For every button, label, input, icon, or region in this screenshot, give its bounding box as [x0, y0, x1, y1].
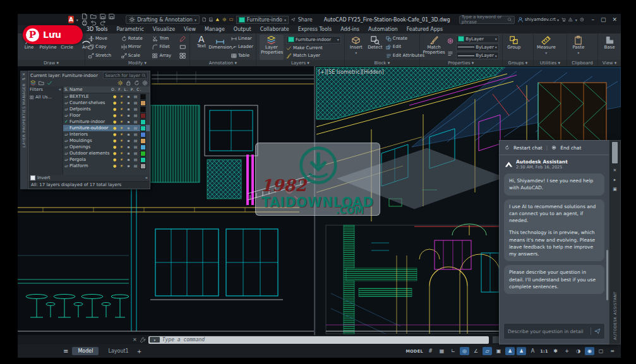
layer-on-icon[interactable]: ●: [111, 93, 118, 100]
autocad-app-menu[interactable]: A: [68, 16, 74, 23]
layer-on-icon[interactable]: ●: [111, 125, 118, 131]
layer-color-swatch[interactable]: [140, 94, 146, 100]
layer-plot-icon[interactable]: ▤: [132, 125, 139, 131]
status-toggle[interactable]: ▣: [494, 347, 503, 355]
layer-on-icon[interactable]: ●: [111, 119, 118, 125]
layer-color-swatch[interactable]: [140, 126, 146, 131]
layer-row[interactable]: ▱ Outdoor elements ● ☀ ▪ ▤: [63, 150, 150, 156]
panel-label-layers[interactable]: Layers ▾: [256, 60, 344, 66]
layer-freeze-icon[interactable]: ☀: [118, 93, 125, 100]
status-toggle[interactable]: ∟: [448, 347, 458, 355]
command-input[interactable]: ▾ Type a command: [148, 336, 489, 344]
layer-row[interactable]: ▱ Openings ● ☀ ▪ ▤: [63, 144, 150, 150]
status-toggle[interactable]: ≡: [608, 347, 617, 355]
chat-properties-icon[interactable]: ▣: [613, 187, 617, 192]
alert-caret-icon[interactable]: ▾: [575, 18, 577, 22]
layer-state-icon[interactable]: [222, 16, 227, 23]
layer-properties-button[interactable]: Layer Properties: [260, 35, 284, 60]
layer-color-swatch[interactable]: [140, 113, 146, 119]
layer-lock-icon[interactable]: ▪: [125, 100, 132, 106]
layer-lock-icon[interactable]: ▪: [125, 150, 132, 156]
new-drawing-icon[interactable]: [81, 13, 88, 20]
ribbon-tab[interactable]: Manage: [200, 26, 229, 32]
palette-title-rail[interactable]: ✕ ⇄ LAYER PROPERTIES MANAGER: [20, 71, 28, 189]
modify-tool-button[interactable]: Mirror: [121, 44, 148, 50]
ribbon-tab[interactable]: Output: [229, 26, 256, 32]
help-icon[interactable]: [580, 16, 584, 23]
save-as-icon[interactable]: [109, 13, 115, 20]
close-button[interactable]: ✕: [612, 16, 617, 23]
chat-scrollbar[interactable]: [606, 250, 608, 300]
linetype-dropdown[interactable]: ByLayer ▾: [456, 52, 498, 59]
status-toggle[interactable]: ∠: [471, 347, 481, 355]
status-toggle[interactable]: ♟: [517, 347, 526, 355]
open-drawing-icon[interactable]: [90, 13, 97, 20]
layer-on-icon[interactable]: ●: [111, 100, 118, 106]
tab-model[interactable]: Model: [72, 347, 99, 355]
end-chat-button[interactable]: End chat: [560, 145, 581, 151]
ribbon-tab[interactable]: Automation: [364, 26, 402, 32]
modify-tool-button[interactable]: Stretch: [88, 53, 117, 59]
layer-freeze-icon[interactable]: ☀: [118, 112, 125, 119]
layer-row[interactable]: ▱ Floor ● ☀ ▪ ▤: [63, 112, 150, 119]
block-tool-button[interactable]: Edit Attributes: [386, 53, 424, 59]
save-icon[interactable]: [100, 13, 106, 20]
layer-row[interactable]: ▱ Furniture-outdoor ● ☀ ▪ ▤: [63, 125, 150, 131]
chat-message-list[interactable]: Autodesk Assistant 2:30 AM, Feb 16, 2025…: [500, 155, 609, 323]
status-toggle[interactable]: ◉: [585, 347, 594, 355]
layer-list-header[interactable]: S. Name O. F. L. P. C.: [63, 86, 150, 93]
quick-layer-dropdown[interactable]: Furniture-indo ▾: [236, 16, 289, 24]
panel-label-annotation[interactable]: Annotation ▾: [190, 60, 256, 66]
restart-chat-icon[interactable]: [505, 145, 510, 150]
ribbon-tab[interactable]: View: [179, 26, 200, 32]
chat-close-icon[interactable]: ✕: [613, 168, 617, 173]
panel-label-block[interactable]: Block ▾: [345, 60, 419, 66]
layer-plot-icon[interactable]: ▤: [132, 163, 139, 169]
panel-label-utilities[interactable]: Utilities ▾: [534, 60, 567, 66]
lineweight-dropdown[interactable]: ByLayer ▾: [456, 44, 498, 51]
layer-color-swatch[interactable]: [140, 107, 146, 112]
app-store-icon[interactable]: [561, 16, 566, 23]
insert-block-button[interactable]: Insert▾: [348, 35, 364, 60]
close-command-icon[interactable]: ✕: [133, 337, 137, 343]
ribbon-tab[interactable]: Parametric: [112, 26, 148, 32]
filters-collapse-icon[interactable]: «: [59, 87, 61, 92]
ribbon-tab[interactable]: Collaborate: [256, 26, 294, 32]
ribbon-tab[interactable]: Visualize: [148, 26, 179, 32]
restart-chat-button[interactable]: Restart chat: [513, 145, 543, 151]
layer-freeze-icon[interactable]: ☀: [118, 156, 125, 163]
layer-freeze-icon[interactable]: ☀: [118, 106, 125, 112]
redo-icon[interactable]: [100, 20, 106, 26]
modify-tool-button[interactable]: Fillet: [152, 44, 176, 50]
layer-plot-icon[interactable]: ▤: [132, 112, 139, 119]
status-toggle[interactable]: MODEL: [405, 347, 424, 355]
lock-tool-icon[interactable]: [126, 80, 131, 86]
palette-settings-icon[interactable]: [142, 80, 148, 86]
customize-command-icon[interactable]: [140, 337, 146, 343]
palette-close-icon[interactable]: ✕: [22, 72, 25, 76]
annotation-tool-button[interactable]: Linear: [231, 36, 253, 42]
layer-plot-icon[interactable]: ▤: [132, 156, 139, 163]
layer-freeze-icon[interactable]: ☀: [118, 119, 125, 125]
maximize-button[interactable]: ▢: [601, 16, 606, 23]
block-tool-button[interactable]: Edit: [386, 44, 424, 50]
layer-freeze-icon[interactable]: ☀: [118, 131, 125, 138]
recent-commands-icon[interactable]: ▾: [150, 337, 160, 343]
layer-row[interactable]: ▱ Platform ● ☀ ▪ ▤: [63, 163, 150, 169]
layer-lock-icon[interactable]: ▪: [125, 131, 132, 138]
modify-tool-button[interactable]: Array: [152, 53, 176, 59]
layer-lock-icon[interactable]: ▪: [125, 93, 132, 100]
status-toggle[interactable]: ▦: [437, 347, 447, 355]
layer-row[interactable]: ▱ Pergola ● ☀ ▪ ▤: [63, 156, 150, 163]
layer-row[interactable]: ✓ Furniture-indoor ● ☀ ▪ ▤: [63, 119, 150, 125]
ribbon-tab[interactable]: Add-ins: [336, 26, 364, 32]
end-chat-icon[interactable]: [551, 145, 556, 150]
modify-tool-button[interactable]: Rotate: [121, 36, 148, 42]
layer-filters-pane[interactable]: Filters « All Us...: [28, 86, 63, 175]
layer-color-swatch[interactable]: [140, 132, 146, 138]
layer-lock-icon[interactable]: ▪: [125, 144, 132, 150]
block-tool-button[interactable]: Create: [386, 36, 424, 42]
panel-label-draw[interactable]: Draw ▾: [18, 60, 85, 66]
object-color-dropdown[interactable]: ByLayer ▾: [456, 35, 498, 43]
layer-freeze-icon[interactable]: ☀: [118, 144, 125, 150]
